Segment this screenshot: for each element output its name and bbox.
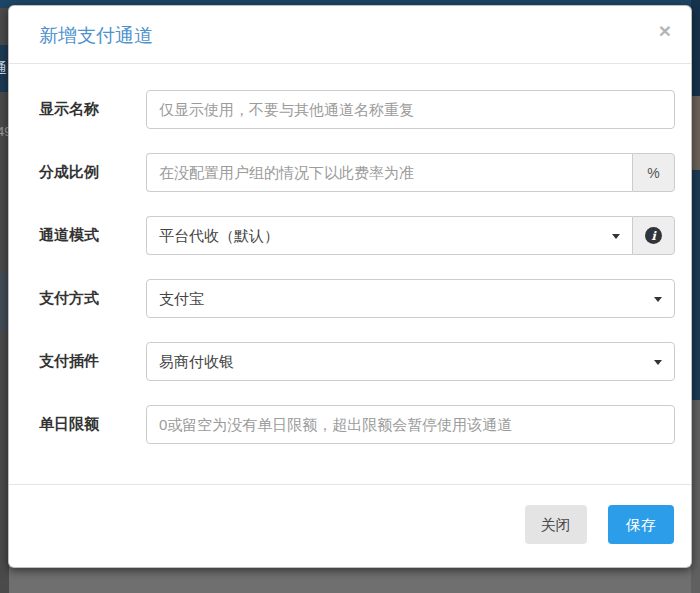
background-page-right-bottom [691, 400, 700, 593]
payment-plugin-select[interactable]: 易商付收银 [146, 342, 675, 381]
percent-addon: % [632, 153, 675, 192]
background-table-block [691, 170, 700, 400]
payment-plugin-wrap: 易商付收银 [146, 342, 675, 381]
form-row-channel-mode: 通道模式 平台代收（默认） i [39, 216, 675, 255]
channel-mode-info-addon[interactable]: i [632, 216, 675, 255]
close-icon[interactable]: × [659, 20, 671, 41]
channel-mode-select[interactable]: 平台代收（默认） [146, 216, 632, 255]
display-name-input[interactable] [146, 90, 675, 129]
split-ratio-input[interactable] [146, 153, 632, 192]
form-row-split-ratio: 分成比例 % [39, 153, 675, 192]
channel-mode-wrap: 平台代收（默认） i [146, 216, 675, 255]
chevron-down-icon [612, 234, 620, 239]
payment-method-select[interactable]: 支付宝 [146, 279, 675, 318]
daily-limit-input[interactable] [146, 405, 675, 444]
modal-title: 新增支付通道 [39, 23, 669, 49]
form-row-payment-plugin: 支付插件 易商付收银 [39, 342, 675, 381]
modal-header: 新增支付通道 × [9, 6, 691, 64]
chevron-down-icon [654, 297, 662, 302]
form-row-daily-limit: 单日限额 [39, 405, 675, 444]
add-payment-channel-modal: 新增支付通道 × 显示名称 分成比例 % 通道模式 平台代收（默认） [8, 5, 692, 568]
form-row-payment-method: 支付方式 支付宝 [39, 279, 675, 318]
chevron-down-icon [654, 360, 662, 365]
payment-method-label: 支付方式 [39, 289, 146, 308]
display-name-label: 显示名称 [39, 100, 146, 119]
modal-footer: 关闭 保存 [9, 484, 691, 568]
close-button[interactable]: 关闭 [525, 505, 587, 545]
form-row-display-name: 显示名称 [39, 90, 675, 129]
split-ratio-label: 分成比例 [39, 163, 146, 182]
background-page-right-mid [691, 96, 700, 170]
payment-method-wrap: 支付宝 [146, 279, 675, 318]
info-circle-icon: i [645, 227, 662, 244]
payment-method-value: 支付宝 [159, 290, 204, 307]
split-ratio-wrap: % [146, 153, 675, 192]
display-name-wrap [146, 90, 675, 129]
save-button[interactable]: 保存 [608, 505, 674, 545]
daily-limit-label: 单日限额 [39, 415, 146, 434]
background-page-right-top [691, 0, 700, 96]
daily-limit-wrap [146, 405, 675, 444]
channel-mode-label: 通道模式 [39, 226, 146, 245]
modal-body: 显示名称 分成比例 % 通道模式 平台代收（默认） i [9, 64, 691, 484]
payment-plugin-label: 支付插件 [39, 352, 146, 371]
channel-mode-value: 平台代收（默认） [159, 227, 279, 244]
payment-plugin-value: 易商付收银 [159, 353, 234, 370]
